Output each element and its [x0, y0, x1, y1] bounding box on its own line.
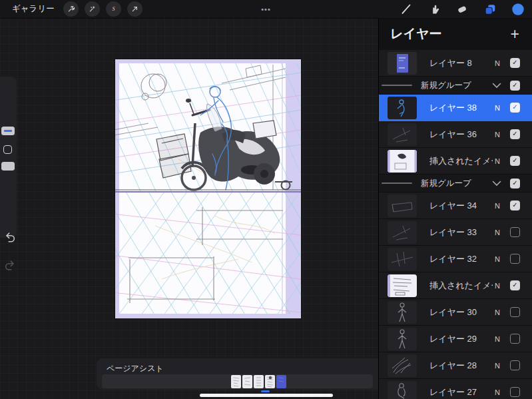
- layer-row[interactable]: レイヤー 30N: [379, 299, 532, 326]
- blend-mode-button[interactable]: N: [493, 228, 502, 236]
- selection-button[interactable]: S: [106, 1, 121, 17]
- layers-panel-header: レイヤー +: [379, 18, 532, 50]
- layer-thumbnail[interactable]: [388, 328, 417, 350]
- layer-group-row[interactable]: 新規グループ✓: [379, 77, 532, 95]
- layer-thumbnail[interactable]: [388, 301, 417, 324]
- layer-row[interactable]: レイヤー 33N: [379, 219, 532, 246]
- top-toolbar: ギャラリー: [0, 0, 532, 19]
- procreate-app: ギャラリー: [0, 0, 532, 399]
- blend-mode-button[interactable]: N: [493, 362, 502, 370]
- smudge-button[interactable]: [427, 2, 441, 17]
- layer-name: レイヤー 34: [429, 200, 493, 212]
- page-thumbnail[interactable]: [265, 375, 275, 388]
- paint-brush-button[interactable]: [399, 2, 413, 17]
- layers-title: レイヤー: [390, 25, 441, 43]
- rear-box: [253, 121, 276, 139]
- layer-visibility-checkbox[interactable]: [510, 307, 520, 317]
- page-thumbnail[interactable]: [231, 375, 241, 388]
- modify-button[interactable]: [3, 145, 12, 154]
- layer-thumbnail[interactable]: [388, 123, 417, 146]
- blend-mode-button[interactable]: N: [493, 59, 502, 67]
- blend-mode-button[interactable]: N: [493, 157, 502, 165]
- eraser-button[interactable]: [455, 2, 469, 17]
- blend-mode-button[interactable]: N: [493, 255, 502, 263]
- layer-visibility-checkbox[interactable]: ✓: [510, 200, 520, 210]
- page-assist-track[interactable]: [102, 374, 373, 388]
- blend-mode-button[interactable]: N: [493, 202, 502, 210]
- canvas[interactable]: [115, 59, 301, 318]
- layer-thumbnail[interactable]: [388, 97, 417, 119]
- layer-row[interactable]: 挿入されたイメージN✓: [379, 148, 532, 175]
- layer-row[interactable]: レイヤー 27N: [379, 379, 532, 399]
- layer-row[interactable]: レイヤー 8N✓: [379, 50, 532, 77]
- layer-visibility-checkbox[interactable]: ✓: [510, 58, 520, 68]
- layer-thumbnail[interactable]: [388, 150, 417, 173]
- layers-panel: レイヤー + レイヤー 8N✓新規グループ✓レイヤー 38N✓レイヤー 36N✓…: [378, 18, 532, 399]
- layer-thumbnail[interactable]: [388, 248, 417, 270]
- home-indicator[interactable]: [200, 394, 333, 397]
- blend-mode-button[interactable]: N: [493, 282, 502, 290]
- page-thumbnail[interactable]: [276, 375, 286, 388]
- layer-row[interactable]: レイヤー 38N✓: [379, 95, 532, 121]
- layer-visibility-checkbox[interactable]: ✓: [510, 103, 520, 113]
- layer-visibility-checkbox[interactable]: [510, 387, 520, 397]
- layer-visibility-checkbox[interactable]: [510, 334, 520, 344]
- blend-mode-button[interactable]: N: [493, 131, 502, 139]
- layer-thumbnail[interactable]: [388, 221, 417, 244]
- layer-visibility-checkbox[interactable]: ✓: [510, 156, 520, 166]
- current-page-indicator: [261, 390, 270, 392]
- pannier-boxes: [156, 134, 191, 178]
- chevron-down-icon[interactable]: [492, 83, 501, 89]
- layer-visibility-checkbox[interactable]: ✓: [510, 81, 520, 91]
- undo-button[interactable]: [3, 231, 17, 243]
- layer-row[interactable]: 挿入されたイメージN✓: [379, 272, 532, 299]
- actions-button[interactable]: [63, 1, 79, 17]
- add-layer-button[interactable]: +: [511, 27, 519, 41]
- blend-mode-button[interactable]: N: [493, 335, 502, 343]
- gallery-button[interactable]: ギャラリー: [12, 3, 55, 15]
- layer-thumbnail[interactable]: [388, 274, 417, 297]
- chevron-down-icon[interactable]: [492, 181, 501, 187]
- page-thumbnail[interactable]: [242, 375, 252, 388]
- layer-thumbnail[interactable]: [388, 195, 417, 217]
- layer-visibility-checkbox[interactable]: [510, 254, 520, 264]
- redo-button[interactable]: [3, 259, 17, 271]
- layer-row[interactable]: レイヤー 34N✓: [379, 193, 532, 219]
- blend-mode-button[interactable]: N: [493, 308, 502, 316]
- layer-name: レイヤー 38: [429, 102, 493, 114]
- layer-name: レイヤー 29: [429, 333, 493, 345]
- layer-row[interactable]: レイヤー 29N: [379, 326, 532, 352]
- arrow-cursor-icon: [130, 4, 140, 14]
- layer-row[interactable]: レイヤー 32N: [379, 246, 532, 272]
- opacity-slider-handle[interactable]: [1, 162, 15, 171]
- brush-size-slider-handle[interactable]: [1, 127, 15, 135]
- layer-thumbnail[interactable]: [388, 381, 417, 399]
- layers-button[interactable]: [483, 2, 497, 17]
- layer-visibility-checkbox[interactable]: [510, 360, 520, 370]
- group-name: 新規グループ: [421, 178, 492, 189]
- brush-size-level: [4, 130, 12, 132]
- layer-thumbnail[interactable]: [388, 52, 417, 75]
- layer-name: レイヤー 36: [429, 129, 493, 141]
- blend-mode-button[interactable]: N: [493, 388, 502, 396]
- color-swatch-button[interactable]: [511, 2, 525, 17]
- toolbar-left-group: ギャラリー: [0, 1, 142, 17]
- layer-visibility-checkbox[interactable]: ✓: [510, 179, 520, 189]
- page-thumbnail[interactable]: [254, 375, 264, 388]
- layer-visibility-checkbox[interactable]: [510, 227, 520, 237]
- layer-row[interactable]: レイヤー 36N✓: [379, 121, 532, 148]
- blend-mode-button[interactable]: N: [493, 104, 502, 112]
- mirror: [186, 99, 191, 103]
- layer-row[interactable]: レイヤー 28N: [379, 352, 532, 379]
- sidebar: [0, 77, 17, 238]
- transform-button[interactable]: [127, 1, 142, 17]
- layer-thumbnail[interactable]: [388, 354, 417, 377]
- adjustments-button[interactable]: [85, 1, 100, 17]
- layer-visibility-checkbox[interactable]: ✓: [510, 129, 520, 139]
- layer-visibility-checkbox[interactable]: ✓: [510, 280, 520, 290]
- layer-name: レイヤー 27: [429, 386, 493, 398]
- layer-name: レイヤー 30: [429, 306, 493, 318]
- layer-group-row[interactable]: 新規グループ✓: [379, 175, 532, 193]
- layer-name: レイヤー 32: [429, 253, 493, 265]
- page-assist-title: ページアシスト: [107, 363, 164, 374]
